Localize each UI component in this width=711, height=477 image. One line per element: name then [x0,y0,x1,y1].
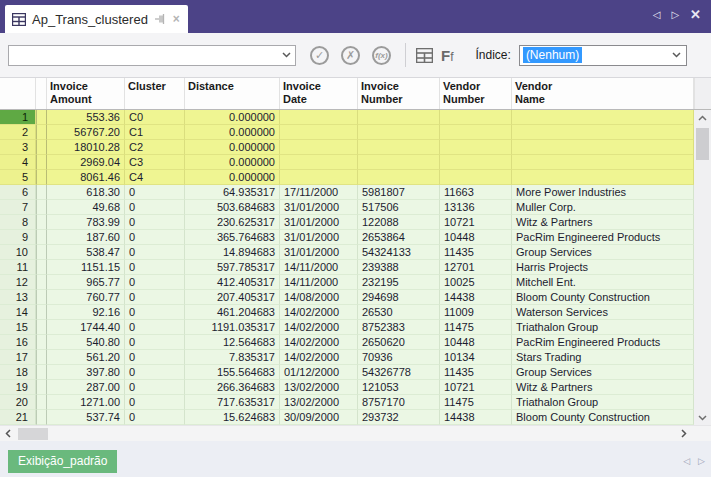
row-number[interactable]: 14 [0,305,36,320]
cell-date[interactable]: 30/09/2000 [280,410,358,425]
cell-vendname[interactable]: Triathalon Group [512,320,694,335]
cell-vendnum[interactable]: 10448 [440,230,512,245]
vertical-scrollbar[interactable] [694,110,711,425]
cell-invnum[interactable]: 54326778 [358,365,440,380]
cell-cluster[interactable]: 0 [125,320,185,335]
cell-distance[interactable]: 365.764683 [185,230,280,245]
cell-date[interactable]: 13/02/2000 [280,380,358,395]
cell-distance[interactable]: 0.000000 [185,125,280,140]
cell-vendname[interactable] [512,155,694,170]
cell-vendnum[interactable] [440,155,512,170]
row-number[interactable]: 11 [0,260,36,275]
cell-vendnum[interactable]: 10721 [440,215,512,230]
row-number[interactable]: 10 [0,245,36,260]
row-number[interactable]: 1 [0,110,36,125]
cell-distance[interactable]: 0.000000 [185,110,280,125]
cell-amount[interactable]: 187.60 [47,230,125,245]
cell-amount[interactable]: 783.99 [47,215,125,230]
cell-cluster[interactable]: 0 [125,335,185,350]
table-row[interactable]: 8783.990230.62531731/01/200012208810721W… [0,215,694,230]
cell-vendname[interactable]: Harris Projects [512,260,694,275]
cell-distance[interactable]: 64.935317 [185,185,280,200]
cell-date[interactable]: 14/11/2000 [280,260,358,275]
cell-vendname[interactable]: Mitchell Ent. [512,275,694,290]
cell-distance[interactable]: 597.785317 [185,260,280,275]
cell-amount[interactable]: 1271.00 [47,395,125,410]
cell-amount[interactable]: 553.36 [47,110,125,125]
cell-invnum[interactable]: 121053 [358,380,440,395]
close-icon[interactable]: ✕ [690,8,701,21]
row-number[interactable]: 8 [0,215,36,230]
pin-icon[interactable] [154,13,167,25]
row-number[interactable]: 3 [0,140,36,155]
cell-vendnum[interactable]: 14438 [440,290,512,305]
vertical-scroll-thumb[interactable] [696,128,709,160]
cell-cluster[interactable]: 0 [125,395,185,410]
cell-distance[interactable]: 266.364683 [185,380,280,395]
cell-invnum[interactable]: 232195 [358,275,440,290]
cell-date[interactable] [280,155,358,170]
view-tab-exibicao-padrao[interactable]: Exibição_padrão [8,450,117,473]
cell-vendnum[interactable]: 10134 [440,350,512,365]
cell-invnum[interactable] [358,170,440,185]
cell-vendnum[interactable]: 11663 [440,185,512,200]
cell-cluster[interactable]: C4 [125,170,185,185]
cell-distance[interactable]: 0.000000 [185,170,280,185]
cell-cluster[interactable]: 0 [125,290,185,305]
cell-distance[interactable]: 0.000000 [185,155,280,170]
cell-vendname[interactable] [512,110,694,125]
cell-amount[interactable]: 538.47 [47,245,125,260]
cell-invnum[interactable]: 2650620 [358,335,440,350]
cell-vendname[interactable]: PacRim Engineered Products [512,230,694,245]
cell-date[interactable]: 14/11/2000 [280,275,358,290]
cell-distance[interactable]: 412.405317 [185,275,280,290]
column-header-vendname[interactable]: VendorName [512,78,694,109]
cell-vendname[interactable] [512,125,694,140]
cell-invnum[interactable]: 294698 [358,290,440,305]
cell-cluster[interactable]: 0 [125,185,185,200]
cell-date[interactable]: 14/02/2000 [280,305,358,320]
cell-amount[interactable]: 537.74 [47,410,125,425]
apply-filter-button[interactable]: ✓ [310,46,329,65]
cell-vendname[interactable]: Bloom County Construction [512,290,694,305]
column-header-distance[interactable]: Distance [185,78,280,109]
chevron-down-icon[interactable] [277,52,295,58]
tab-ap-trans-clustered[interactable]: Ap_Trans_clustered × [5,5,188,33]
cell-cluster[interactable]: 0 [125,350,185,365]
table-row[interactable]: 10538.47014.89468331/01/2000543241331143… [0,245,694,260]
expression-input[interactable] [9,47,277,64]
cell-date[interactable]: 14/02/2000 [280,335,358,350]
cell-amount[interactable]: 561.20 [47,350,125,365]
table-row[interactable]: 58061.46C40.000000 [0,170,694,185]
cell-cluster[interactable]: 0 [125,305,185,320]
cell-amount[interactable]: 49.68 [47,200,125,215]
cell-vendname[interactable]: Waterson Services [512,305,694,320]
cell-amount[interactable]: 540.80 [47,335,125,350]
cell-amount[interactable]: 1151.15 [47,260,125,275]
cell-distance[interactable]: 207.405317 [185,290,280,305]
cell-invnum[interactable]: 8757170 [358,395,440,410]
cell-vendnum[interactable]: 13136 [440,200,512,215]
table-row[interactable]: 111151.150597.78531714/11/20002393881270… [0,260,694,275]
table-row[interactable]: 21537.74015.62468330/09/200029373214438B… [0,410,694,425]
table-row[interactable]: 749.680503.68468331/01/200051750613136Mu… [0,200,694,215]
cell-vendname[interactable]: PacRim Engineered Products [512,335,694,350]
cell-date[interactable] [280,125,358,140]
scroll-down-icon[interactable] [694,410,711,425]
row-number[interactable]: 7 [0,200,36,215]
cell-distance[interactable]: 717.635317 [185,395,280,410]
table-row[interactable]: 201271.000717.63531713/02/20008757170114… [0,395,694,410]
cell-amount[interactable]: 287.00 [47,380,125,395]
cell-amount[interactable]: 18010.28 [47,140,125,155]
cell-invnum[interactable]: 239388 [358,260,440,275]
table-row[interactable]: 13760.770207.40531714/08/200029469814438… [0,290,694,305]
cell-date[interactable]: 01/12/2000 [280,365,358,380]
cell-vendnum[interactable]: 11475 [440,320,512,335]
table-row[interactable]: 151744.4001191.03531714/02/2000875238311… [0,320,694,335]
row-number[interactable]: 19 [0,380,36,395]
column-header-date[interactable]: InvoiceDate [280,78,358,109]
cell-distance[interactable]: 230.625317 [185,215,280,230]
column-header-cluster[interactable]: Cluster [125,78,185,109]
cell-cluster[interactable]: 0 [125,215,185,230]
cell-invnum[interactable]: 8752383 [358,320,440,335]
